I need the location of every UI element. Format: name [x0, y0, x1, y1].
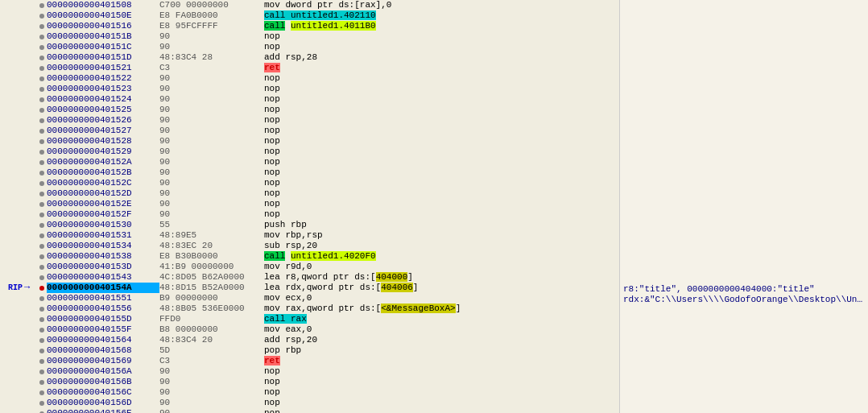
breakpoint-bullet[interactable] — [37, 307, 47, 312]
instruction-address[interactable]: 000000000040153D — [47, 262, 159, 272]
table-row: 000000000040156B90nop — [0, 377, 619, 387]
instruction-address[interactable]: 0000000000401530 — [47, 220, 159, 230]
table-row: 000000000040152F90nop — [0, 209, 619, 220]
breakpoint-bullet[interactable] — [37, 35, 47, 39]
breakpoint-bullet[interactable] — [37, 370, 47, 374]
instruction-address[interactable]: 0000000000401543 — [47, 272, 159, 283]
bullet-dot — [39, 213, 44, 217]
breakpoint-bullet[interactable] — [37, 160, 47, 165]
breakpoint-bullet[interactable] — [37, 213, 47, 217]
breakpoint-bullet[interactable] — [37, 328, 47, 332]
bullet-dot — [39, 328, 44, 332]
breakpoint-bullet[interactable] — [37, 108, 47, 113]
instruction-address[interactable]: 0000000000401508 — [47, 0, 159, 10]
breakpoint-bullet[interactable] — [37, 56, 47, 60]
breakpoint-bullet[interactable] — [37, 192, 47, 196]
instruction-address[interactable]: 000000000040151D — [47, 52, 159, 63]
instruction-address[interactable]: 000000000040156E — [47, 408, 159, 413]
instruction-address[interactable]: 0000000000401523 — [47, 84, 159, 94]
breakpoint-bullet[interactable] — [37, 181, 47, 186]
table-row: 000000000040153D41:B9 00000000mov r9d,0 — [0, 262, 619, 272]
bullet-dot — [39, 139, 44, 144]
breakpoint-bullet[interactable] — [37, 265, 47, 270]
breakpoint-bullet[interactable] — [37, 244, 47, 249]
instruction-address[interactable]: 0000000000401516 — [47, 21, 159, 31]
table-row: 000000000040152590nop — [0, 105, 619, 115]
instruction-address[interactable]: 0000000000401529 — [47, 147, 159, 157]
instruction-address[interactable]: 000000000040155D — [47, 314, 159, 324]
breakpoint-bullet[interactable] — [37, 401, 47, 406]
instruction-address[interactable]: 000000000040152A — [47, 157, 159, 167]
instruction-address[interactable]: 000000000040156D — [47, 398, 159, 408]
instruction-address[interactable]: 000000000040155F — [47, 324, 159, 335]
instruction-address[interactable]: 000000000040150E — [47, 10, 159, 21]
instruction-address[interactable]: 0000000000401528 — [47, 136, 159, 147]
table-row: 000000000040156448:83C4 20add rsp,20 — [0, 335, 619, 345]
breakpoint-bullet[interactable] — [37, 129, 47, 134]
instruction-address[interactable]: 0000000000401564 — [47, 335, 159, 345]
breakpoint-bullet[interactable] — [37, 233, 47, 238]
breakpoint-bullet[interactable] — [37, 390, 47, 395]
breakpoint-bullet[interactable] — [37, 275, 47, 280]
instruction-address[interactable]: 000000000040152F — [47, 209, 159, 220]
breakpoint-bullet[interactable] — [37, 202, 47, 207]
breakpoint-bullet[interactable] — [37, 380, 47, 385]
instruction-mnemonic: nop — [264, 136, 619, 147]
breakpoint-bullet[interactable] — [37, 338, 47, 343]
breakpoint-bullet[interactable] — [37, 24, 47, 29]
instruction-address[interactable]: 0000000000401526 — [47, 115, 159, 126]
instruction-address[interactable]: 000000000040156A — [47, 366, 159, 377]
instruction-address[interactable]: 0000000000401569 — [47, 356, 159, 366]
instruction-address[interactable]: 000000000040156C — [47, 387, 159, 398]
table-row: 0000000000401538E8 B30B0000call untitled… — [0, 251, 619, 262]
bullet-dot — [39, 160, 44, 165]
instruction-address[interactable]: 0000000000401538 — [47, 251, 159, 262]
instruction-address[interactable]: 0000000000401568 — [47, 345, 159, 356]
right-panel-row — [623, 23, 865, 33]
table-row: 000000000040155FB8 00000000mov eax,0 — [0, 324, 619, 335]
instruction-mnemonic: add rsp,28 — [264, 52, 619, 63]
instruction-address[interactable]: 0000000000401524 — [47, 94, 159, 105]
instruction-address[interactable]: 000000000040151B — [47, 31, 159, 42]
instruction-address[interactable]: 0000000000401525 — [47, 105, 159, 115]
instruction-address[interactable]: 000000000040151C — [47, 42, 159, 52]
breakpoint-bullet[interactable] — [37, 223, 47, 228]
table-row: 000000000040152290nop — [0, 73, 619, 84]
breakpoint-bullet[interactable] — [37, 286, 47, 291]
right-panel-row — [623, 263, 865, 274]
table-row: 000000000040151D48:83C4 28add rsp,28 — [0, 52, 619, 63]
breakpoint-bullet[interactable] — [37, 118, 47, 123]
instruction-address[interactable]: 0000000000401527 — [47, 126, 159, 136]
breakpoint-bullet[interactable] — [37, 76, 47, 81]
instruction-address[interactable]: 0000000000401531 — [47, 230, 159, 241]
breakpoint-bullet[interactable] — [37, 3, 47, 8]
breakpoint-bullet[interactable] — [37, 317, 47, 322]
breakpoint-bullet[interactable] — [37, 97, 47, 102]
breakpoint-bullet[interactable] — [37, 139, 47, 144]
instruction-mnemonic: call untitled1.4011B0 — [264, 21, 619, 31]
breakpoint-bullet[interactable] — [37, 254, 47, 259]
bullet-dot — [39, 66, 44, 71]
breakpoint-bullet[interactable] — [37, 66, 47, 71]
breakpoint-bullet[interactable] — [37, 296, 47, 301]
instruction-address[interactable]: 0000000000401521 — [47, 63, 159, 73]
instruction-address[interactable]: 0000000000401556 — [47, 304, 159, 314]
breakpoint-bullet[interactable] — [37, 171, 47, 176]
breakpoint-bullet[interactable] — [37, 349, 47, 353]
instruction-address[interactable]: 0000000000401534 — [47, 241, 159, 251]
breakpoint-bullet[interactable] — [37, 359, 47, 364]
instruction-address[interactable]: 000000000040152C — [47, 178, 159, 188]
instruction-address[interactable]: 000000000040154A — [47, 283, 159, 293]
instruction-address[interactable]: 000000000040152D — [47, 188, 159, 199]
instruction-address[interactable]: 0000000000401551 — [47, 293, 159, 304]
breakpoint-bullet[interactable] — [37, 45, 47, 50]
breakpoint-bullet[interactable] — [37, 87, 47, 92]
instruction-bytes: 90 — [159, 209, 264, 220]
breakpoint-bullet[interactable] — [37, 14, 47, 19]
instruction-address[interactable]: 0000000000401522 — [47, 73, 159, 84]
instruction-address[interactable]: 000000000040152E — [47, 199, 159, 209]
instruction-address[interactable]: 000000000040152B — [47, 167, 159, 178]
bullet-dot — [39, 3, 44, 8]
instruction-address[interactable]: 000000000040156B — [47, 377, 159, 387]
breakpoint-bullet[interactable] — [37, 150, 47, 155]
